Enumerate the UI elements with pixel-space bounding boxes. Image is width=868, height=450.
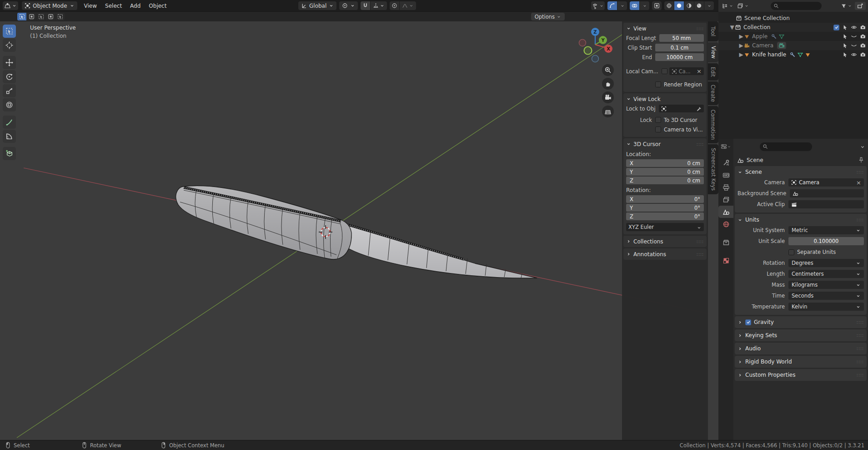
collection-exclude-checkbox[interactable] bbox=[833, 25, 839, 30]
object-visibility-dropdown[interactable] bbox=[591, 1, 605, 10]
outliner-row-scene-collection[interactable]: Scene Collection bbox=[718, 14, 868, 23]
snap-settings-dropdown[interactable] bbox=[371, 1, 387, 10]
select-mode-extend[interactable] bbox=[27, 13, 36, 20]
tab-scene-properties[interactable] bbox=[718, 206, 733, 218]
eyedropper-icon[interactable] bbox=[696, 105, 702, 112]
separate-units-checkbox[interactable] bbox=[788, 249, 794, 255]
units-panel-header[interactable]: Units :::: bbox=[738, 215, 864, 225]
outliner-search-input[interactable] bbox=[771, 2, 822, 10]
eye-closed-icon[interactable] bbox=[851, 42, 857, 49]
camera-object-field[interactable]: Camera × bbox=[788, 178, 864, 187]
tab-render-properties[interactable] bbox=[718, 169, 733, 181]
unit-scale-field[interactable]: 0.100000 bbox=[788, 237, 864, 245]
tool-scale[interactable] bbox=[3, 84, 16, 97]
gizmos-dropdown[interactable] bbox=[617, 1, 627, 10]
shading-solid-button[interactable] bbox=[674, 1, 684, 10]
drag-grip[interactable]: :::: bbox=[857, 346, 864, 351]
tab-view[interactable]: View bbox=[708, 42, 718, 62]
rigid-body-world-panel[interactable]: Rigid Body World :::: bbox=[735, 356, 867, 368]
properties-filter-dropdown[interactable] bbox=[860, 143, 865, 150]
pin-button[interactable] bbox=[858, 157, 864, 164]
lock-object-field[interactable] bbox=[659, 105, 704, 112]
viewport-3d[interactable]: Object Mode View Select Add Object Globa… bbox=[0, 0, 718, 440]
keying-sets-panel[interactable]: Keying Sets :::: bbox=[735, 329, 867, 341]
editor-type-button[interactable] bbox=[3, 1, 18, 10]
cursor-location-x[interactable]: X 0 cm bbox=[626, 159, 704, 167]
cursor-rotation-z[interactable]: Z 0° bbox=[626, 212, 704, 220]
custom-properties-panel[interactable]: Custom Properties :::: bbox=[735, 369, 867, 381]
tool-move[interactable] bbox=[3, 56, 16, 69]
shading-material-button[interactable] bbox=[684, 1, 694, 10]
overlays-dropdown[interactable] bbox=[640, 1, 649, 10]
clear-icon[interactable]: × bbox=[697, 68, 702, 75]
eye-closed-icon[interactable] bbox=[851, 33, 857, 40]
tab-tool[interactable]: Tool bbox=[708, 21, 718, 41]
tab-screencast-keys[interactable]: Screencast Keys bbox=[708, 144, 718, 194]
clear-icon[interactable]: × bbox=[856, 179, 861, 186]
tool-rotate[interactable] bbox=[3, 70, 16, 83]
camera-to-view-checkbox[interactable] bbox=[655, 126, 661, 132]
tab-world-properties[interactable] bbox=[718, 218, 733, 230]
expand-caret[interactable]: ▼ bbox=[729, 24, 735, 30]
orientation-dropdown[interactable]: Global bbox=[298, 1, 336, 10]
shading-rendered-button[interactable] bbox=[694, 1, 704, 10]
triangle-icon[interactable] bbox=[805, 52, 811, 58]
panel-view-lock-header[interactable]: View Lock bbox=[626, 95, 704, 103]
panel-3d-cursor-header[interactable]: 3D Cursor :::: bbox=[626, 140, 704, 148]
gravity-panel[interactable]: Gravity :::: bbox=[735, 316, 867, 328]
axis-gizmo[interactable]: Z Y X bbox=[579, 28, 613, 62]
unit-system-dropdown[interactable]: Metric bbox=[788, 226, 864, 234]
expand-caret[interactable]: ▶ bbox=[738, 51, 744, 58]
drag-grip[interactable]: :::: bbox=[857, 217, 864, 222]
zoom-button[interactable] bbox=[602, 64, 614, 76]
tab-commotion[interactable]: Commotion bbox=[708, 106, 718, 143]
tool-transform[interactable] bbox=[3, 98, 16, 111]
snap-toggle[interactable] bbox=[361, 1, 370, 10]
tab-collection-properties[interactable] bbox=[718, 236, 733, 248]
modifier-wrench-icon[interactable] bbox=[771, 34, 777, 40]
cursor-location-y[interactable]: Y 0 cm bbox=[626, 168, 704, 176]
tab-output-properties[interactable] bbox=[718, 181, 733, 193]
knife-object[interactable] bbox=[176, 186, 537, 278]
gizmo-minus-z-ball[interactable] bbox=[592, 56, 599, 62]
panel-view-header[interactable]: View :::: bbox=[626, 24, 704, 33]
properties-editor-type-button[interactable] bbox=[718, 141, 733, 152]
tool-select-box[interactable] bbox=[3, 25, 16, 38]
gizmo-minus-y-ball[interactable] bbox=[584, 47, 592, 55]
display-mode-dropdown[interactable] bbox=[736, 3, 750, 9]
to-3d-cursor-checkbox[interactable] bbox=[655, 117, 661, 123]
drag-grip[interactable]: :::: bbox=[857, 320, 864, 324]
render-camera-icon[interactable] bbox=[860, 42, 866, 49]
selectable-icon[interactable] bbox=[842, 25, 848, 30]
drag-grip[interactable]: :::: bbox=[857, 359, 864, 364]
outliner-editor-type-button[interactable] bbox=[721, 3, 734, 9]
render-region-checkbox[interactable] bbox=[655, 81, 661, 87]
tool-annotate[interactable] bbox=[3, 116, 16, 129]
properties-search-input[interactable] bbox=[760, 142, 812, 151]
select-mode-intersect[interactable] bbox=[55, 13, 65, 20]
rotation-dropdown[interactable]: Degrees bbox=[788, 259, 864, 267]
menu-view[interactable]: View bbox=[80, 0, 101, 11]
menu-add[interactable]: Add bbox=[126, 0, 145, 11]
clip-start-field[interactable]: 0.1 cm bbox=[655, 44, 704, 51]
select-mode-subtract[interactable] bbox=[36, 13, 45, 20]
outliner-row-apple[interactable]: ▶ Apple bbox=[718, 32, 868, 41]
eye-icon[interactable] bbox=[851, 24, 857, 30]
tool-measure[interactable] bbox=[3, 130, 16, 143]
length-dropdown[interactable]: Centimeters bbox=[788, 270, 864, 278]
drag-grip[interactable]: :::: bbox=[697, 252, 704, 257]
local-camera-field[interactable]: Ca... × bbox=[669, 67, 704, 75]
tool-cursor[interactable] bbox=[3, 39, 16, 52]
menu-select[interactable]: Select bbox=[101, 0, 126, 11]
audio-panel[interactable]: Audio :::: bbox=[735, 343, 867, 354]
menu-object[interactable]: Object bbox=[145, 0, 171, 11]
modifier-wrench-icon[interactable] bbox=[790, 52, 796, 58]
proportional-editing-toggle[interactable] bbox=[390, 1, 399, 10]
select-mode-set[interactable] bbox=[17, 13, 26, 20]
selectable-icon[interactable] bbox=[842, 43, 848, 49]
temperature-dropdown[interactable]: Kelvin bbox=[788, 303, 864, 311]
camera-data-icon[interactable] bbox=[778, 42, 785, 49]
gizmos-toggle[interactable] bbox=[607, 1, 617, 10]
mode-dropdown[interactable]: Object Mode bbox=[22, 1, 77, 10]
background-scene-field[interactable] bbox=[790, 189, 864, 197]
